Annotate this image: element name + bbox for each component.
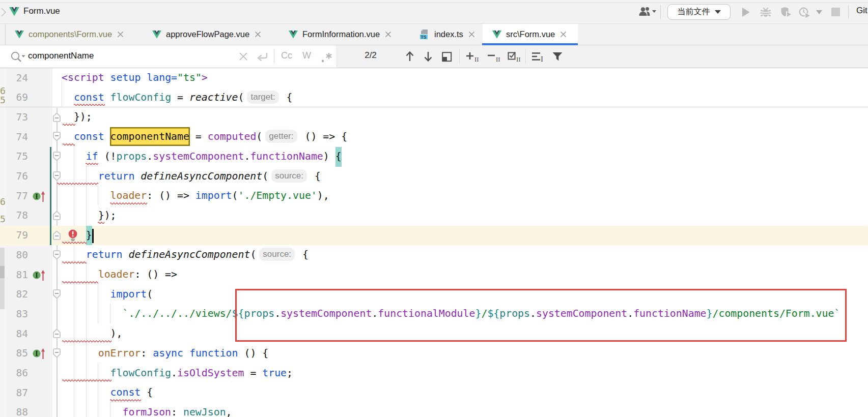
svg-text:I: I <box>35 350 38 358</box>
window-title: Form.vue <box>23 6 60 16</box>
close-icon[interactable] <box>560 31 567 38</box>
editor-tab-bar: components\Form.vue approveFlowPage.vue … <box>0 24 868 45</box>
toolbar-separator <box>848 5 849 19</box>
search-match: componentName <box>110 127 190 146</box>
search-separator <box>525 49 526 64</box>
text-caret <box>92 229 94 243</box>
window-top-edge <box>0 3 868 3</box>
fold-marker-start[interactable] <box>52 348 61 358</box>
fold-marker-end[interactable] <box>52 211 61 220</box>
code-line[interactable]: return defineAsyncComponent(source: { <box>0 245 868 265</box>
error-squiggle <box>74 103 105 106</box>
code-line[interactable]: loader: () => <box>0 265 868 285</box>
code-line[interactable]: formJson: newJson, <box>0 403 868 417</box>
chevron-down-icon <box>715 10 721 14</box>
vue-file-icon <box>152 30 162 39</box>
error-squiggle <box>98 221 104 224</box>
fold-marker-end[interactable] <box>52 112 61 122</box>
error-squiggle <box>62 378 111 382</box>
fold-marker-end[interactable] <box>52 329 61 338</box>
breadcrumb-chevron-icon <box>1 7 7 18</box>
newline-icon[interactable] <box>257 51 269 62</box>
editor-tab[interactable]: TSindex.ts <box>410 24 483 45</box>
error-squiggle <box>110 398 141 402</box>
annotation-rectangle <box>235 289 847 342</box>
code-editor[interactable]: 6565 24<script setup lang="ts">69 const … <box>0 68 868 417</box>
regex-toggle[interactable] <box>321 51 334 63</box>
close-icon[interactable] <box>468 31 475 38</box>
close-icon[interactable] <box>255 31 261 38</box>
fold-marker-end[interactable] <box>52 230 61 240</box>
debug-icon[interactable] <box>760 7 771 18</box>
user-icon[interactable] <box>637 6 657 17</box>
svg-text:I: I <box>35 193 38 200</box>
stop-icon[interactable] <box>831 8 841 17</box>
search-icon[interactable] <box>10 51 25 63</box>
fold-marker-start[interactable] <box>52 250 61 260</box>
editor-tab[interactable]: approveFlowPage.vue <box>143 24 279 45</box>
inlay-hint: target: <box>247 91 278 104</box>
svg-text:I: I <box>541 55 543 63</box>
find-bar: componentName Cc W 2/2 <box>0 45 868 68</box>
fold-marker-start[interactable] <box>52 171 61 181</box>
close-icon[interactable] <box>117 31 124 38</box>
search-separator <box>274 49 274 64</box>
remove-selection-icon[interactable]: II <box>487 51 501 63</box>
prev-occurrence-icon[interactable] <box>405 51 415 62</box>
error-squiggle <box>62 241 87 244</box>
error-squiggle <box>62 339 111 343</box>
code-line[interactable]: const flowConfig = reactive(target: { <box>0 88 868 108</box>
profiler-icon[interactable] <box>799 7 812 18</box>
coverage-icon[interactable] <box>780 7 792 18</box>
implementing-marker-icon[interactable]: I <box>32 269 48 282</box>
code-line[interactable]: flowConfig.isOldSystem = true; <box>0 364 868 383</box>
run-icon[interactable] <box>741 7 751 18</box>
code-line[interactable]: const componentName = computed(getter: (… <box>0 127 868 147</box>
fold-marker-start[interactable] <box>52 132 61 141</box>
code-line[interactable]: }); <box>0 107 868 127</box>
error-squiggle <box>63 142 75 146</box>
close-icon[interactable] <box>385 31 391 38</box>
svg-text:II: II <box>474 55 479 63</box>
fold-marker-start[interactable] <box>52 289 61 299</box>
error-squiggle <box>57 182 98 185</box>
fold-marker-start[interactable] <box>52 152 61 161</box>
vue-file-icon <box>492 30 502 39</box>
code-line[interactable]: onError: async function () { <box>0 344 868 364</box>
next-occurrence-icon[interactable] <box>423 51 433 62</box>
implementing-marker-icon[interactable]: I <box>32 347 48 360</box>
git-menu[interactable]: Git <box>856 6 867 16</box>
code-line[interactable]: }); <box>0 206 868 226</box>
search-input[interactable]: componentName <box>28 51 94 61</box>
select-all-occurrences-icon[interactable]: II <box>508 51 523 63</box>
toolbar-separator <box>660 5 661 19</box>
code-line[interactable]: return defineAsyncComponent(source: { <box>0 167 868 187</box>
open-in-tool-window-icon[interactable] <box>442 52 452 62</box>
search-options-icon[interactable]: I <box>531 51 545 63</box>
error-squiggle <box>110 201 147 205</box>
clear-icon[interactable] <box>239 52 248 61</box>
tab-label: src\Form.vue <box>506 29 555 39</box>
code-line[interactable]: } <box>0 226 868 246</box>
editor-tab[interactable]: src\Form.vue <box>483 24 578 45</box>
error-squiggle <box>62 260 87 264</box>
add-selection-icon[interactable]: II <box>466 51 480 63</box>
match-case-toggle[interactable]: Cc <box>281 50 292 61</box>
vue-file-icon <box>288 30 298 39</box>
editor-tab[interactable]: FormInformation.vue <box>279 24 410 45</box>
filter-icon[interactable] <box>552 51 563 63</box>
inlay-hint: source: <box>271 169 307 183</box>
tab-label: index.ts <box>434 29 463 39</box>
editor-tab[interactable]: components\Form.vue <box>5 24 143 45</box>
profiler-chevron-down-icon[interactable] <box>815 9 823 15</box>
run-configuration-select[interactable]: 当前文件 <box>667 4 731 20</box>
run-configuration-label: 当前文件 <box>678 7 710 17</box>
inlay-hint: source: <box>259 248 295 261</box>
code-line[interactable]: if (!props.systemComponent.functionName)… <box>0 147 868 167</box>
code-line[interactable]: <script setup lang="ts"> <box>0 68 868 88</box>
error-squiggle <box>62 280 98 284</box>
implementing-marker-icon[interactable]: I <box>32 190 48 203</box>
ide-window: Form.vue 当前文件 <box>0 0 868 417</box>
words-toggle[interactable]: W <box>302 50 311 61</box>
error-squiggle <box>63 123 75 126</box>
